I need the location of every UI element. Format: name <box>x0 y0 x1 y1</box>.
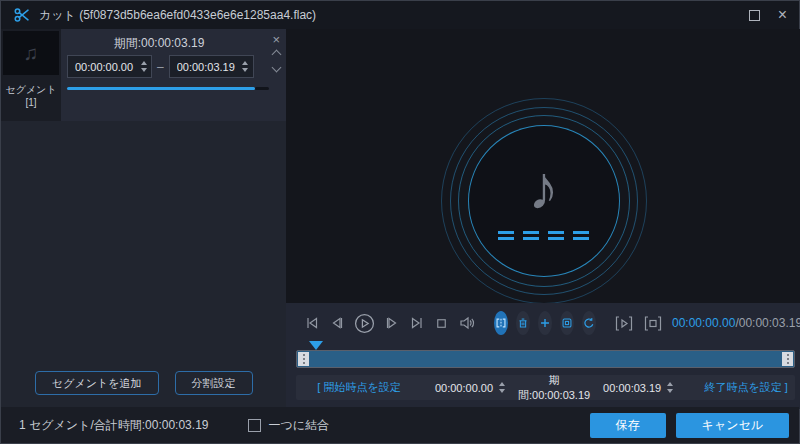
window-title: カット (5f0873d5b6ea6efd0433e6e6e1285aa4.fl… <box>39 7 316 24</box>
move-up-icon[interactable] <box>272 50 282 60</box>
audio-disc: ♪ <box>468 125 620 277</box>
audio-preview-area: ♪ <box>286 29 800 303</box>
segment-reorder-controls <box>273 51 280 71</box>
segment-thumb-column: ♫ セグメント[1] <box>1 29 61 121</box>
add-segment-button[interactable]: セグメントを追加 <box>35 371 159 395</box>
segment-time-inputs: – <box>67 55 254 78</box>
skip-start-icon[interactable] <box>304 315 320 331</box>
segment-card[interactable]: ♫ セグメント[1] 期間:00:00:03.19 – <box>1 29 286 121</box>
trim-handle-right[interactable] <box>782 352 793 366</box>
start-time-spinner[interactable] <box>499 382 505 393</box>
current-time: 00:00:00.00 <box>672 316 735 330</box>
segment-start-spinner[interactable] <box>136 56 151 77</box>
equalizer-bars <box>498 231 589 240</box>
spinner-up-icon[interactable] <box>141 61 147 65</box>
audio-visualization: ♪ <box>439 96 649 303</box>
music-note-icon: ♫ <box>24 42 39 65</box>
segment-list-panel: ♫ セグメント[1] 期間:00:00:03.19 – <box>1 29 286 409</box>
segment-label: セグメント[1] <box>1 83 61 108</box>
segment-range-bar[interactable] <box>67 87 255 90</box>
trim-handle-left[interactable] <box>298 352 309 366</box>
cancel-button[interactable]: キャンセル <box>676 413 789 438</box>
timeline-track[interactable] <box>296 350 795 368</box>
reset-button[interactable] <box>582 311 596 335</box>
segment-delete-icon[interactable]: × <box>272 33 280 46</box>
spinner-down-icon[interactable] <box>242 68 248 72</box>
close-button-icon[interactable]: × <box>778 7 787 23</box>
skip-end-icon[interactable] <box>409 315 425 331</box>
segment-panel-buttons: セグメントを追加 分割設定 <box>35 371 253 395</box>
set-start-point-button[interactable]: [ 開始時点を設定 <box>296 380 422 395</box>
split-settings-button[interactable]: 分割設定 <box>175 371 253 395</box>
segments-summary: 1 セグメント/合計時間:00:00:03.19 <box>19 417 208 434</box>
move-down-icon[interactable] <box>272 63 282 73</box>
eq-bar <box>498 231 514 240</box>
setpoints-bar: [ 開始時点を設定 00:00:00.00 期間:00:00:03.19 00:… <box>296 375 795 400</box>
scissors-icon <box>13 6 31 24</box>
end-time-value[interactable]: 00:00:03.19 <box>603 382 661 394</box>
segment-start-input[interactable] <box>68 56 136 77</box>
merge-checkbox[interactable] <box>248 419 261 432</box>
eq-bar <box>548 231 564 240</box>
footer-bar: 1 セグメント/合計時間:00:00:03.19 一つに結合 保存 キャンセル <box>1 407 799 443</box>
volume-icon[interactable] <box>458 315 475 331</box>
add-segment-icon-button[interactable] <box>538 311 552 335</box>
duration-display: 期間:00:00:03.19 <box>518 373 590 403</box>
segment-end-input[interactable] <box>170 56 238 77</box>
player-panel: ♪ <box>286 29 800 409</box>
footer-buttons: 保存 キャンセル <box>590 413 789 438</box>
play-segment-icon[interactable] <box>614 315 634 332</box>
segment-start-field <box>67 55 152 78</box>
total-time: /00:00:03.19 <box>735 316 800 330</box>
transport-bar: 00:00:00.00/00:00:03.19 <box>304 310 791 336</box>
frame-back-icon[interactable] <box>329 315 345 331</box>
stop-icon[interactable] <box>434 316 449 331</box>
music-note-icon: ♪ <box>528 157 559 219</box>
segment-end-field <box>169 55 254 78</box>
save-button[interactable]: 保存 <box>590 413 666 438</box>
player-controls: 00:00:00.00/00:00:03.19 [ 開始時点を設定 00:00:… <box>286 303 800 409</box>
segment-end-spinner[interactable] <box>238 56 253 77</box>
playback-time-display: 00:00:00.00/00:00:03.19 <box>672 316 800 330</box>
timeline <box>296 341 795 371</box>
stop-segment-icon[interactable] <box>643 315 663 332</box>
cut-dialog-window: カット (5f0873d5b6ea6efd0433e6e6e1285aa4.fl… <box>0 0 800 444</box>
split-button[interactable] <box>494 311 508 335</box>
frame-forward-icon[interactable] <box>384 315 400 331</box>
segment-thumbnail[interactable]: ♫ <box>3 31 59 75</box>
merge-checkbox-label: 一つに結合 <box>268 417 329 434</box>
eq-bar <box>573 231 589 240</box>
segment-duration-text: 期間:00:00:03.19 <box>61 35 257 52</box>
start-time-value[interactable]: 00:00:00.00 <box>435 382 493 394</box>
merge-checkbox-group[interactable]: 一つに結合 <box>248 417 329 434</box>
copy-segment-button[interactable] <box>560 311 574 335</box>
end-time-field: 00:00:03.19 <box>590 382 686 394</box>
maximize-button-icon[interactable] <box>749 10 760 21</box>
range-separator: – <box>157 60 164 74</box>
set-end-point-button[interactable]: 終了時点を設定 ] <box>686 380 800 395</box>
end-time-spinner[interactable] <box>667 382 673 393</box>
start-time-field: 00:00:00.00 <box>422 382 518 394</box>
segment-range-bar-rest <box>255 87 269 90</box>
play-icon[interactable] <box>354 313 375 334</box>
spinner-up-icon[interactable] <box>242 61 248 65</box>
playhead-marker[interactable] <box>309 341 323 350</box>
delete-segment-button[interactable] <box>516 311 530 335</box>
eq-bar <box>523 231 539 240</box>
spinner-down-icon[interactable] <box>141 68 147 72</box>
titlebar: カット (5f0873d5b6ea6efd0433e6e6e1285aa4.fl… <box>1 1 799 29</box>
